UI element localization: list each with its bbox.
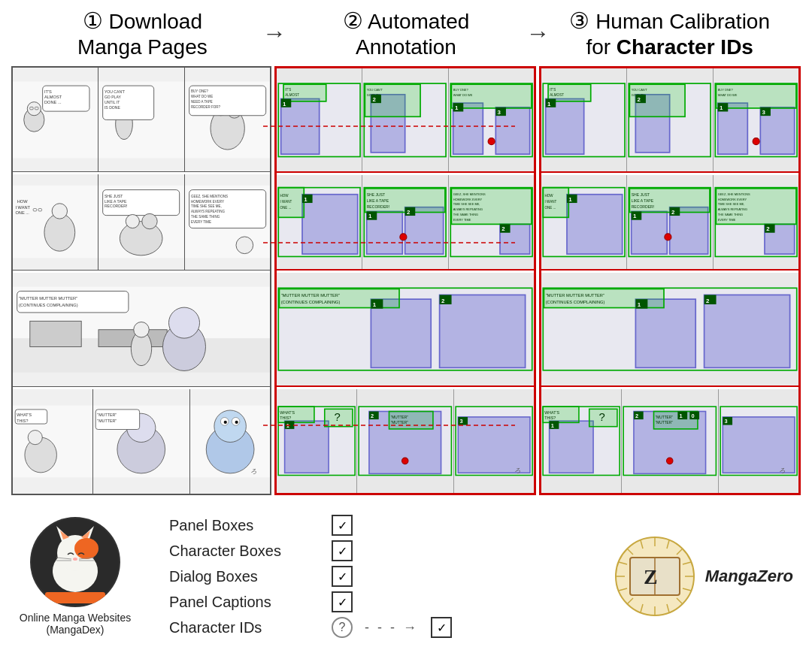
svg-point-35	[44, 214, 75, 252]
svg-text:ろ: ろ	[778, 467, 785, 475]
svg-text:BUY ONE?: BUY ONE?	[717, 88, 733, 92]
mangazero-text: MangaZero	[705, 567, 793, 585]
manga-panel-svg: HOW I WANT ONE ...	[13, 174, 98, 269]
cal-r4c2: "MUTTER" "MUTTER" 2 1 0	[622, 389, 719, 493]
svg-text:TIME SHE SEE ME,: TIME SHE SEE ME,	[717, 203, 744, 207]
svg-text:(CONTINUES COMPLAINING): (CONTINUES COMPLAINING)	[19, 303, 78, 307]
svg-point-44	[120, 222, 163, 255]
svg-text:1: 1	[720, 104, 723, 111]
cal-panel-svg: HOW I WANT ONE ... 1	[541, 175, 626, 269]
ann-r4c2: "MUTTER" "MUTTER" 2	[357, 389, 454, 493]
svg-text:GO PLAY: GO PLAY	[105, 95, 122, 99]
svg-text:EVERY TIME: EVERY TIME	[191, 220, 211, 224]
svg-text:WHAT DO WE: WHAT DO WE	[453, 93, 472, 97]
ann-r2c2: SHE JUST LIKE A TAPE RECORDER! 1 2	[362, 175, 448, 269]
svg-text:THIS?: THIS?	[544, 416, 556, 421]
svg-text:HOMEWORK EVERY: HOMEWORK EVERY	[717, 198, 747, 201]
svg-text:HOMEWORK EVERY: HOMEWORK EVERY	[191, 200, 224, 204]
columns-area: IT'S ALMOST DONE ... YOU CAN'T GO	[11, 66, 801, 495]
checklist-item-dialog: Dialog Boxes ✓	[169, 566, 606, 587]
svg-text:1: 1	[368, 213, 372, 220]
panel-boxes-label: Panel Boxes	[169, 517, 320, 534]
svg-text:BUY ONE?: BUY ONE?	[453, 88, 468, 92]
cat-site-label-text: Online Manga Websites	[20, 612, 131, 624]
svg-rect-250	[704, 295, 790, 368]
col-original: IT'S ALMOST DONE ... YOU CAN'T GO	[11, 66, 271, 495]
main-container: ① Download Manga Pages → ② Automated Ann…	[0, 0, 812, 659]
svg-text:HOMEWORK EVERY: HOMEWORK EVERY	[453, 198, 482, 201]
svg-point-295	[73, 558, 77, 561]
svg-text:IT'S: IT'S	[285, 88, 291, 92]
svg-text:Z: Z	[644, 565, 658, 588]
svg-point-63	[134, 322, 150, 337]
cal-r2c2: SHE JUST LIKE A TAPE RECORDER! 1 2	[627, 175, 713, 269]
step3-title: ③ Human Calibration for Character IDs	[569, 8, 770, 60]
ann-panel-svg: SHE JUST LIKE A TAPE RECORDER! 1 2	[362, 175, 447, 269]
svg-text:ALMOST: ALMOST	[44, 95, 62, 99]
cal-panel-svg: 3 ろ	[719, 389, 798, 493]
svg-text:ALWAYS REPEATING: ALWAYS REPEATING	[453, 207, 482, 211]
svg-text:2: 2	[501, 226, 505, 233]
svg-text:YOU CAN'T: YOU CAN'T	[367, 88, 383, 92]
svg-point-136	[400, 234, 407, 240]
svg-text:1: 1	[283, 100, 286, 107]
svg-text:1: 1	[373, 302, 377, 309]
cal-r1c2: YOU CAN'T GO PLAY 2	[627, 68, 713, 172]
cal-r1c1: IT'S ALMOST 1	[541, 68, 627, 172]
orig-row2: HOW I WANT ONE ... SHE JUST LIKE A	[13, 174, 270, 270]
col-calibrated: IT'S ALMOST 1 YOU CAN'T GO PLAY	[539, 66, 801, 495]
svg-text:1: 1	[680, 413, 683, 419]
svg-point-85	[235, 421, 238, 424]
cal-panel-svg: IT'S ALMOST 1	[541, 68, 626, 172]
svg-text:ALMOST: ALMOST	[285, 93, 299, 97]
cal-panel-svg: GEEZ, SHE MENTIONS HOMEWORK EVERY TIME S…	[714, 175, 798, 269]
svg-text:"MUTTER": "MUTTER"	[391, 422, 409, 425]
manga-panel-svg: YOU CAN'T GO PLAY UNTIL IT IS DONE	[98, 68, 183, 172]
checklist-area: Panel Boxes ✓ Character Boxes ✓ Dialog B…	[147, 515, 606, 638]
ann-panel-svg: 3 ろ	[454, 389, 534, 493]
svg-text:1: 1	[455, 104, 459, 111]
svg-text:I WANT: I WANT	[15, 205, 30, 210]
svg-text:ALWAYS REPEATING: ALWAYS REPEATING	[717, 207, 747, 211]
svg-text:2: 2	[706, 298, 710, 304]
ann-r3c1: "MUTTER MUTTER MUTTER" (CONTINUES COMPLA…	[277, 273, 534, 385]
svg-text:LIKE A TAPE: LIKE A TAPE	[632, 198, 654, 203]
ann-r1c1: IT'S ALMOST 1	[277, 68, 362, 172]
step1: ① Download Manga Pages	[26, 8, 259, 60]
svg-text:THE SAME THING: THE SAME THING	[191, 215, 220, 219]
cal-r2c1: HOW I WANT ONE ... 1	[541, 175, 627, 269]
ann-r2c3: GEEZ, SHE MENTIONS HOMEWORK EVERY TIME S…	[449, 175, 534, 269]
step1-line2: Manga Pages	[77, 35, 208, 59]
svg-text:RECORDER!: RECORDER!	[105, 204, 127, 209]
svg-rect-249	[635, 299, 695, 367]
svg-point-280	[667, 458, 674, 465]
cal-r3c1: "MUTTER MUTTER MUTTER" (CONTINUES COMPLA…	[541, 273, 798, 385]
svg-text:2: 2	[766, 226, 770, 233]
step2-line2: Annotation	[356, 35, 456, 59]
svg-text:1: 1	[638, 302, 641, 309]
svg-text:HOW: HOW	[280, 194, 289, 198]
step3: ③ Human Calibration for Character IDs	[553, 8, 786, 60]
svg-text:THIS?: THIS?	[17, 419, 28, 423]
panel-captions-check: ✓	[332, 591, 353, 612]
svg-text:"MUTTER": "MUTTER"	[98, 413, 117, 418]
mangazero-area: Z MangaZero	[614, 535, 793, 618]
manga-panel-svg: ろ	[190, 389, 270, 494]
svg-point-36	[52, 204, 67, 219]
cal-r4c1: WHAT'S THIS? ? 1	[541, 389, 622, 493]
svg-text:0: 0	[692, 413, 695, 419]
svg-text:3: 3	[497, 108, 501, 115]
cat-site-label: Online Manga Websites (MangaDex)	[20, 612, 131, 636]
svg-text:ONE ...: ONE ...	[280, 206, 292, 210]
svg-text:"MUTTER": "MUTTER"	[656, 416, 674, 419]
char-boxes-label: Character Boxes	[169, 543, 320, 560]
dashed-arrow: - - - →	[365, 620, 419, 636]
orig-r4c1: WHAT'S THIS?	[13, 389, 93, 494]
svg-text:IT'S: IT'S	[550, 88, 556, 92]
cat-logo-area: Online Manga Websites (MangaDex)	[11, 517, 139, 636]
svg-text:TIME SHE SEE ME,: TIME SHE SEE ME,	[191, 205, 222, 209]
svg-text:THIS?: THIS?	[280, 416, 291, 421]
svg-text:TIME SHE SEE ME,: TIME SHE SEE ME,	[453, 203, 480, 207]
svg-point-46	[142, 214, 157, 229]
orig-row1: IT'S ALMOST DONE ... YOU CAN'T GO	[13, 68, 270, 173]
